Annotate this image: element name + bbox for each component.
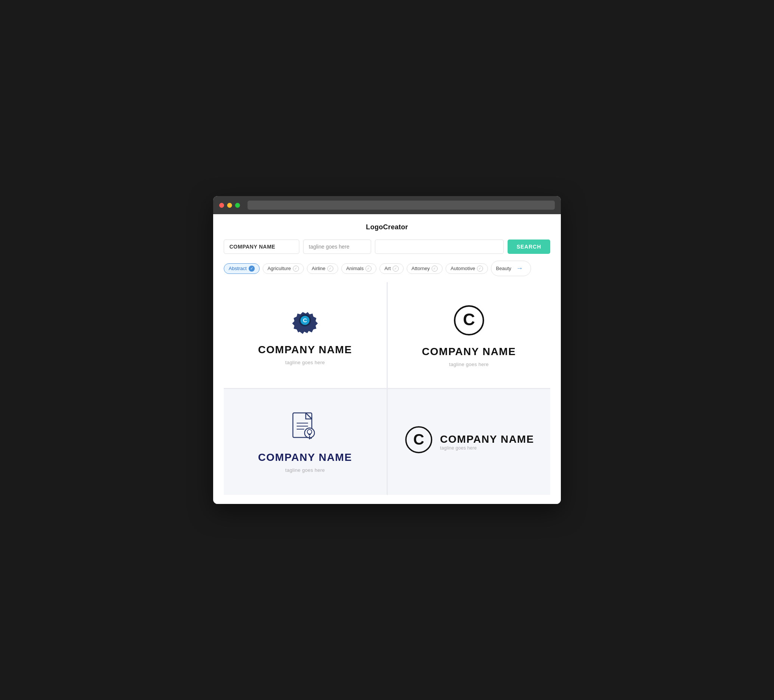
minimize-button[interactable]: [227, 203, 232, 208]
app-title: LogoCreator: [224, 223, 550, 231]
svg-text:C: C: [413, 431, 424, 447]
filter-label: Beauty: [496, 266, 511, 271]
filter-label: Attorney: [412, 266, 430, 271]
logo-inner-2: C COMPANY NAME tagline goes here: [422, 303, 516, 367]
gear-c-icon: C: [290, 305, 320, 337]
tagline-input[interactable]: [303, 239, 371, 254]
check-icon: [249, 266, 255, 272]
filter-chip-abstract[interactable]: Abstract: [224, 263, 260, 274]
logo-card-3[interactable]: COMPANY NAME tagline goes here: [224, 389, 387, 495]
category-filters: Abstract Agriculture Airline Animals Art…: [224, 261, 550, 276]
close-button[interactable]: [219, 203, 224, 208]
circle-c-icon: C: [452, 303, 486, 339]
check-icon: [327, 266, 333, 272]
logo-3-tagline: tagline goes here: [285, 467, 325, 473]
logo-inner-3: COMPANY NAME tagline goes here: [258, 411, 352, 473]
filter-chip-art[interactable]: Art: [379, 263, 404, 274]
circle-c-horizontal-icon: C: [404, 424, 434, 456]
company-name-input[interactable]: [224, 239, 299, 254]
check-icon: [393, 266, 399, 272]
filter-next-icon[interactable]: →: [513, 263, 526, 274]
logo-4-tagline: tagline goes here: [440, 446, 534, 451]
address-bar: [248, 201, 555, 210]
logo-inner-1: C COMPANY NAME tagline goes here: [258, 305, 352, 365]
logo-4-company-name: COMPANY NAME: [440, 433, 534, 446]
filter-label: Airline: [312, 266, 326, 271]
logo-card-2[interactable]: C COMPANY NAME tagline goes here: [388, 282, 551, 388]
filter-chip-beauty[interactable]: Beauty →: [491, 261, 531, 276]
filter-chip-automotive[interactable]: Automotive: [446, 263, 488, 274]
check-icon: [293, 266, 299, 272]
logo-card-1[interactable]: C COMPANY NAME tagline goes here: [224, 282, 387, 388]
doc-search-icon: [290, 411, 320, 445]
logo-inner-4: C COMPANY NAME tagline goes here: [404, 424, 534, 459]
logo-2-tagline: tagline goes here: [449, 362, 489, 367]
svg-text:C: C: [463, 310, 475, 329]
filter-label: Abstract: [229, 266, 247, 271]
app-content: LogoCreator SEARCH Abstract Agriculture …: [213, 214, 561, 504]
logo-3-company-name: COMPANY NAME: [258, 451, 352, 464]
logo-1-company-name: COMPANY NAME: [258, 344, 352, 356]
titlebar: [213, 196, 561, 214]
check-icon: [477, 266, 483, 272]
filter-chip-airline[interactable]: Airline: [307, 263, 338, 274]
logo-2-company-name: COMPANY NAME: [422, 346, 516, 358]
browser-window: LogoCreator SEARCH Abstract Agriculture …: [213, 196, 561, 504]
filter-label: Animals: [346, 266, 364, 271]
filter-label: Automotive: [450, 266, 475, 271]
maximize-button[interactable]: [235, 203, 240, 208]
check-icon: [366, 266, 372, 272]
check-icon: [432, 266, 438, 272]
logo-grid: C COMPANY NAME tagline goes here C: [224, 282, 550, 495]
industry-input[interactable]: [375, 239, 504, 254]
logo-card-4[interactable]: C COMPANY NAME tagline goes here: [388, 389, 551, 495]
filter-label: Art: [384, 266, 391, 271]
filter-chip-attorney[interactable]: Attorney: [407, 263, 443, 274]
logo-1-tagline: tagline goes here: [285, 360, 325, 365]
search-bar: SEARCH: [224, 239, 550, 254]
logo-4-text-group: COMPANY NAME tagline goes here: [440, 433, 534, 451]
filter-chip-animals[interactable]: Animals: [341, 263, 376, 274]
filter-label: Agriculture: [268, 266, 291, 271]
filter-chip-agriculture[interactable]: Agriculture: [263, 263, 304, 274]
search-button[interactable]: SEARCH: [508, 239, 550, 254]
svg-text:C: C: [303, 317, 307, 324]
